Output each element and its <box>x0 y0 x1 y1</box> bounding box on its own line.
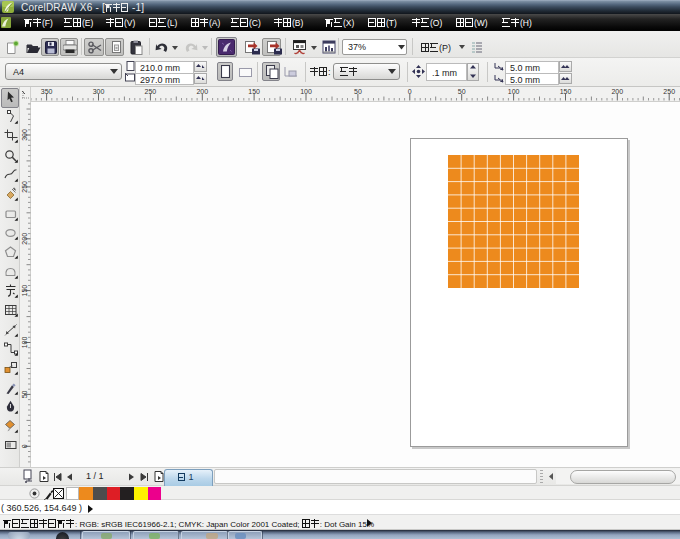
svg-text:350: 350 <box>41 88 53 95</box>
svg-text:300: 300 <box>93 88 105 95</box>
svg-text:200: 200 <box>611 88 623 95</box>
svg-text:100: 100 <box>508 88 520 95</box>
svg-text:50: 50 <box>21 390 28 398</box>
svg-text:150: 150 <box>21 285 28 297</box>
svg-text:250: 250 <box>663 88 675 95</box>
svg-text:100: 100 <box>21 337 28 349</box>
svg-text:300: 300 <box>21 129 28 141</box>
svg-text:200: 200 <box>196 88 208 95</box>
svg-text:250: 250 <box>145 88 157 95</box>
svg-text:150: 150 <box>248 88 260 95</box>
svg-text:50: 50 <box>354 88 362 95</box>
svg-text:0: 0 <box>408 88 412 95</box>
svg-text:50: 50 <box>458 88 466 95</box>
svg-text:150: 150 <box>560 88 572 95</box>
svg-text:200: 200 <box>21 233 28 245</box>
svg-text:100: 100 <box>300 88 312 95</box>
svg-text:0: 0 <box>21 444 28 448</box>
svg-text:250: 250 <box>21 181 28 193</box>
